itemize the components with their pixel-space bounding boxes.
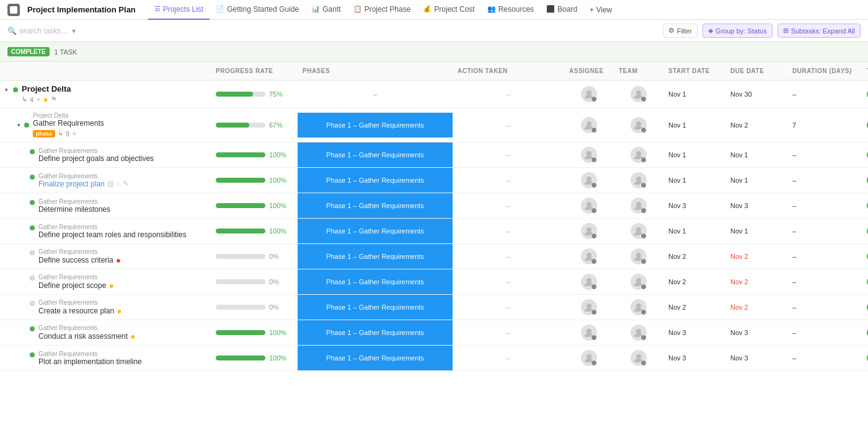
- assignee-cell: [564, 350, 614, 366]
- task-count: 1 TASK: [55, 48, 78, 56]
- task-text-block: Gather Requirements Determine milestones: [38, 198, 110, 214]
- progress-cell: 100%: [211, 151, 298, 159]
- progress-text: 0%: [269, 303, 279, 311]
- avatar[interactable]: [581, 198, 597, 214]
- expand-toggle[interactable]: ▾: [17, 122, 20, 128]
- team-avatar[interactable]: [631, 198, 647, 214]
- avatar[interactable]: [581, 325, 597, 341]
- edit-icon[interactable]: ✎: [123, 180, 128, 188]
- subtasks-button[interactable]: ⊞ Subtasks: Expand All: [777, 24, 861, 38]
- avatar[interactable]: [581, 248, 597, 264]
- team-avatar[interactable]: [631, 147, 647, 163]
- team-avatar[interactable]: [631, 274, 647, 290]
- due-date-cell: Nov 3: [725, 329, 787, 336]
- team-cell: [614, 117, 663, 133]
- task-meta: phase ↳ 9 +: [33, 129, 104, 138]
- tab-project-cost[interactable]: 💰 Project Cost: [417, 0, 480, 20]
- gear-icon: [640, 96, 647, 102]
- team-avatar[interactable]: [631, 350, 647, 366]
- task-name[interactable]: Finalize project plan: [38, 180, 105, 188]
- progress-cell: 100%: [211, 227, 298, 235]
- avatar[interactable]: [581, 223, 597, 239]
- svg-point-3: [636, 121, 641, 126]
- avatar[interactable]: [581, 350, 597, 366]
- gear-icon: [591, 233, 597, 239]
- tab-board[interactable]: ⬛ Board: [540, 0, 583, 20]
- table-row: Gather Requirements Create a resource pl…: [0, 295, 868, 320]
- team-avatar[interactable]: [631, 248, 647, 264]
- avatar[interactable]: [581, 172, 597, 188]
- due-date-cell: Nov 30: [725, 90, 787, 98]
- gear-icon: [640, 233, 647, 239]
- tab-resources[interactable]: 👥 Resources: [481, 0, 540, 20]
- filter-button[interactable]: ⚙ Filter: [663, 24, 698, 38]
- gear-icon: [591, 258, 597, 264]
- subtask-icon: ↳: [58, 129, 63, 137]
- progress-fill: [216, 178, 265, 183]
- status-header: COMPLETE 1 TASK: [0, 42, 868, 62]
- table-row: Gather Requirements Determine milestones…: [0, 193, 868, 219]
- gear-icon: [640, 207, 647, 214]
- progress-fill: [216, 152, 265, 157]
- task-text-block: Gather Requirements Finalize project pla…: [38, 173, 128, 188]
- task-name-cell: ▾ Project Delta Gather Requirements phas…: [0, 108, 211, 142]
- avatar[interactable]: [581, 274, 597, 290]
- svg-point-11: [636, 227, 641, 232]
- svg-point-8: [587, 202, 591, 207]
- group-by-button[interactable]: ◈ Group by: Status: [702, 24, 773, 38]
- gear-icon: [591, 207, 597, 214]
- progress-bar: [216, 92, 265, 97]
- phase-cell: Phase 1 – Gather Requirements: [298, 113, 453, 137]
- time-tracked-cell: ◷ 0:00:00: [862, 150, 868, 159]
- parent-label: Gather Requirements: [38, 224, 187, 230]
- action-cell: –: [453, 201, 564, 211]
- avatar[interactable]: [581, 117, 597, 133]
- progress-text: 100%: [269, 354, 286, 362]
- status-yellow-icon: ●: [117, 306, 122, 316]
- add-subtask-icon[interactable]: +: [72, 129, 77, 138]
- svg-point-19: [636, 329, 641, 334]
- due-date-cell: Nov 3: [725, 202, 787, 209]
- gear-icon: [591, 157, 597, 163]
- team-avatar[interactable]: [631, 325, 647, 341]
- progress-cell: 67%: [211, 121, 298, 129]
- tab-bar: ☰ Projects List 📄 Getting Started Guide …: [148, 0, 861, 20]
- group-icon: ◈: [708, 27, 713, 35]
- due-date-cell: Nov 2: [725, 121, 787, 129]
- avatar[interactable]: [581, 299, 597, 315]
- tab-project-phase[interactable]: 📋 Project Phase: [347, 0, 417, 20]
- task-name: Project Delta: [22, 84, 71, 94]
- tab-getting-started[interactable]: 📄 Getting Started Guide: [210, 0, 305, 20]
- task-name: Create a resource plan: [38, 307, 114, 315]
- search-area[interactable]: 🔍 search tasks... ▾: [7, 27, 131, 35]
- status-icon-yellow: ●: [43, 95, 48, 104]
- svg-point-10: [587, 227, 591, 232]
- add-subtask-icon[interactable]: +: [36, 95, 41, 104]
- due-date-cell: Nov 2: [725, 278, 787, 286]
- svg-point-4: [587, 151, 591, 156]
- tab-gantt[interactable]: 📊 Gantt: [305, 0, 347, 20]
- progress-cell: 100%: [211, 202, 298, 209]
- task-name: Define success criteria: [38, 256, 113, 264]
- team-avatar[interactable]: [631, 86, 647, 102]
- team-avatar[interactable]: [631, 223, 647, 239]
- task-name: Define project scope: [38, 281, 106, 290]
- team-avatar[interactable]: [631, 172, 647, 188]
- tab-projects-list[interactable]: ☰ Projects List: [148, 0, 210, 20]
- search-caret-icon: ▾: [72, 27, 76, 35]
- team-avatar[interactable]: [631, 299, 647, 315]
- avatar[interactable]: [581, 147, 597, 163]
- team-avatar[interactable]: [631, 117, 647, 133]
- phase-cell: –: [298, 82, 453, 107]
- avatar[interactable]: [581, 86, 597, 102]
- progress-cell: 100%: [211, 329, 298, 336]
- task-name: Define project goals and objectives: [38, 154, 154, 163]
- progress-fill: [216, 92, 253, 97]
- add-view-button[interactable]: + View: [583, 0, 618, 20]
- phase-icon: 📋: [353, 5, 362, 13]
- progress-bar: [216, 355, 265, 360]
- duration-cell: –: [787, 90, 862, 98]
- expand-toggle[interactable]: ▾: [5, 87, 8, 93]
- duration-cell: –: [787, 253, 862, 260]
- col-header-team: TEAM: [614, 68, 663, 74]
